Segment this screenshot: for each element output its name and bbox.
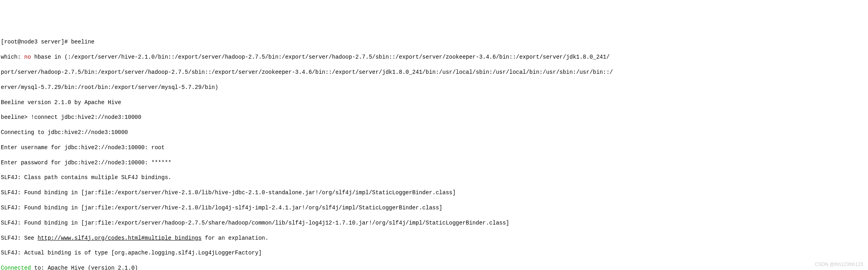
connecting-line: Connecting to jdbc:hive2://node3:10000 xyxy=(1,129,868,136)
which-line: which: no hbase in (:/export/server/hive… xyxy=(1,53,868,61)
no-keyword: no xyxy=(24,54,31,60)
path-continuation: port/server/hadoop-2.7.5/bin:/export/ser… xyxy=(1,69,868,76)
beeline-version: Beeline version 2.1.0 by Apache Hive xyxy=(1,99,868,106)
connected-line: Connected to: Apache Hive (version 2.1.0… xyxy=(1,264,868,270)
slf4j-line: SLF4J: Found binding in [jar:file:/expor… xyxy=(1,204,868,212)
slf4j-line: SLF4J: Class path contains multiple SLF4… xyxy=(1,174,868,181)
beeline-connect-cmd: beeline> !connect jdbc:hive2://node3:100… xyxy=(1,114,868,121)
watermark: CSDN @lhh123lhh123 xyxy=(815,261,863,268)
slf4j-see-line: SLF4J: See http://www.slf4j.org/codes.ht… xyxy=(1,235,868,242)
terminal-output[interactable]: [root@node3 server]# beeline which: no h… xyxy=(1,31,868,270)
slf4j-line: SLF4J: Found binding in [jar:file:/expor… xyxy=(1,189,868,197)
connected-keyword: Connected xyxy=(1,265,31,270)
slf4j-url: http://www.slf4j.org/codes.html#multiple… xyxy=(37,235,201,241)
slf4j-line: SLF4J: Found binding in [jar:file:/expor… xyxy=(1,219,868,227)
slf4j-line: SLF4J: Actual binding is of type [org.ap… xyxy=(1,249,868,257)
username-prompt: Enter username for jdbc:hive2://node3:10… xyxy=(1,144,868,152)
password-prompt: Enter password for jdbc:hive2://node3:10… xyxy=(1,159,868,167)
shell-prompt-line: [root@node3 server]# beeline xyxy=(1,38,868,46)
path-continuation: erver/mysql-5.7.29/bin:/root/bin:/export… xyxy=(1,84,868,91)
